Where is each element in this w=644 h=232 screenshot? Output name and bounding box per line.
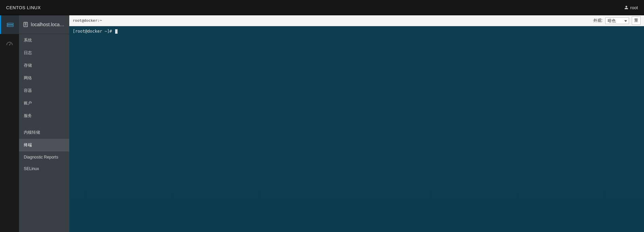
svg-rect-6 [24,22,28,27]
nav-item-selinux[interactable]: SELinux [19,163,69,175]
nav-item-services[interactable]: 服务 [19,110,69,122]
terminal-prompt: [root@docker ~]# [73,29,114,34]
nav-item-accounts[interactable]: 账户 [19,97,69,110]
user-menu[interactable]: root [624,5,638,10]
toolbar-right: 外观: 暗色 重 [593,16,641,25]
username-label: root [630,5,638,10]
hostname-label: localhost.locald… [31,22,65,27]
nav-item-network[interactable]: 网络 [19,72,69,84]
nav-item-diagnostic[interactable]: Diagnostic Reports [19,151,69,163]
top-header: CENTOS LINUX root [0,0,644,15]
nav-item-containers[interactable]: 容器 [19,84,69,97]
sidebar-nav: 系统 日志 存储 网络 容器 账户 服务 内核转储 终端 Diagnostic … [19,34,69,175]
terminal-toolbar: root@docker:~ 外观: 暗色 重 [69,15,644,26]
sidebar-header[interactable]: localhost.locald… [19,15,69,34]
iconbar-item-dashboard[interactable] [0,34,19,53]
terminal-title: root@docker:~ [73,18,102,23]
main-layout: localhost.locald… 系统 日志 存储 网络 容器 账户 服务 内… [0,15,644,232]
brand-title: CENTOS LINUX [6,5,41,10]
server-icon [7,22,14,28]
dashboard-icon [6,41,13,46]
nav-item-terminal[interactable]: 终端 [19,139,69,151]
host-icon [23,22,28,27]
terminal-cursor [115,29,118,34]
nav-item-storage[interactable]: 存储 [19,59,69,72]
nav-item-system[interactable]: 系统 [19,34,69,47]
iconbar [0,15,19,232]
nav-item-kdump[interactable]: 内核转储 [19,126,69,139]
iconbar-item-host[interactable] [0,15,19,34]
nav-item-logs[interactable]: 日志 [19,47,69,59]
svg-point-5 [9,44,10,45]
sidebar: localhost.locald… 系统 日志 存储 网络 容器 账户 服务 内… [19,15,69,232]
user-icon [624,5,628,10]
svg-point-3 [7,26,8,26]
nav-spacer [19,122,69,126]
appearance-select[interactable]: 暗色 [605,17,629,24]
reset-button[interactable]: 重 [632,16,641,25]
appearance-label: 外观: [593,18,603,23]
terminal-body[interactable]: [root@docker ~]# [69,26,644,232]
svg-point-2 [7,23,8,24]
content-area: root@docker:~ 外观: 暗色 重 [root@docker ~]# [69,15,644,232]
